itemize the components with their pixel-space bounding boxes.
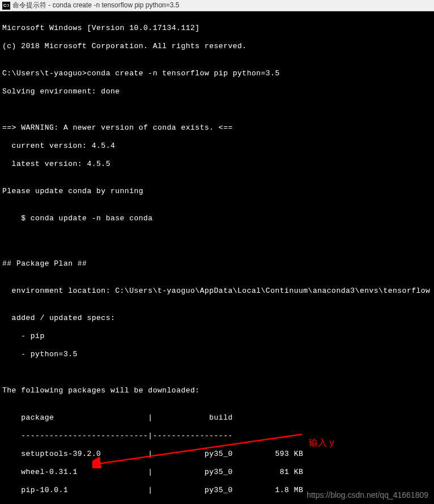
cmd-icon: C:\: [2, 2, 10, 10]
prompt-line: C:\Users\t-yaoguo>conda create -n tensor…: [2, 69, 432, 78]
warning-line: ==> WARNING: A newer version of conda ex…: [2, 123, 432, 133]
terminal-output[interactable]: Microsoft Windows [Version 10.0.17134.11…: [0, 11, 434, 504]
table-row: wheel-0.31.1 | py35_0 81 KB: [2, 468, 432, 477]
section-header: ## Package Plan ##: [2, 259, 432, 268]
output-line: Microsoft Windows [Version 10.0.17134.11…: [2, 24, 432, 33]
output-line: - pip: [2, 332, 432, 341]
output-line: - python=3.5: [2, 350, 432, 359]
output-line: Please update conda by running: [2, 187, 432, 196]
output-line: $ conda update -n base conda: [2, 214, 432, 223]
window-title-bar: C:\ 命令提示符 - conda create -n tensorflow p…: [0, 0, 434, 11]
output-line: latest version: 4.5.5: [2, 160, 432, 169]
output-line: current version: 4.5.4: [2, 142, 432, 151]
output-line: environment location: C:\Users\t-yaoguo\…: [2, 287, 432, 296]
output-line: (c) 2018 Microsoft Corporation. All righ…: [2, 42, 432, 51]
output-line: added / updated specs:: [2, 314, 432, 323]
window-title: 命令提示符 - conda create -n tensorflow pip p…: [12, 1, 179, 10]
section-header: The following packages will be downloade…: [2, 386, 432, 395]
table-header: package | build: [2, 413, 432, 422]
table-divider: ---------------------------|------------…: [2, 432, 432, 441]
output-line: Solving environment: done: [2, 87, 432, 96]
watermark-text: https://blog.csdn.net/qq_41661809: [307, 490, 428, 499]
table-row: setuptools-39.2.0 | py35_0 593 KB: [2, 450, 432, 459]
